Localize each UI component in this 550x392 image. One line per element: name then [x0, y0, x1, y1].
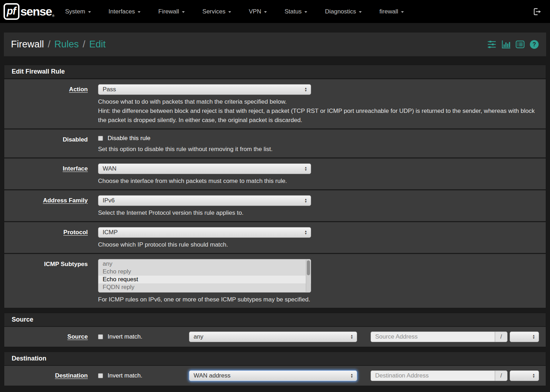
action-hint-text: Hint: the difference between block and r… — [98, 106, 540, 125]
menu-item-label: firewall — [379, 8, 398, 15]
destination-address-group: / ▲▼ — [371, 370, 539, 381]
menu-item-vpn[interactable]: VPN — [249, 8, 267, 15]
icmp-subtype-option-fqdn-reply[interactable]: FQDN reply — [98, 283, 311, 291]
source-label: Source — [67, 333, 88, 340]
chevron-down-icon — [264, 11, 267, 13]
select-caret-icon: ▲▼ — [304, 230, 307, 235]
menu-item-label: Firewall — [158, 8, 179, 15]
protocol-label: Protocol — [63, 229, 88, 236]
source-address-input[interactable] — [371, 332, 495, 342]
interface-select[interactable]: WAN ▲▼ — [98, 163, 311, 174]
destination-panel: Destination Destination Invert match. WA… — [4, 352, 546, 386]
select-caret-icon: ▲▼ — [304, 166, 307, 171]
select-caret-icon: ▲▼ — [350, 373, 353, 378]
action-row: Action Pass ▲▼ Choose what to do with pa… — [4, 78, 546, 128]
source-invert-checkbox[interactable] — [98, 334, 103, 339]
destination-panel-title: Destination — [4, 352, 546, 365]
breadcrumb-bar: Firewall / Rules / Edit — [4, 33, 546, 56]
breadcrumb-link-edit[interactable]: Edit — [89, 39, 106, 50]
panel-title: Edit Firewall Rule — [4, 65, 546, 78]
breadcrumb: Firewall / Rules / Edit — [11, 39, 106, 50]
menu-item-label: Status — [285, 8, 302, 15]
menu-item-label: Services — [202, 8, 225, 15]
main-menu: System Interfaces Firewall Services VPN … — [65, 8, 404, 15]
source-type-select[interactable]: any ▲▼ — [189, 332, 357, 342]
destination-type-select[interactable]: WAN address ▲▼ — [189, 370, 357, 381]
listbox-scrollbar[interactable] — [306, 260, 310, 292]
menu-item-status[interactable]: Status — [285, 8, 307, 15]
source-invert-label: Invert match. — [108, 333, 142, 340]
menu-item-label: Diagnostics — [325, 8, 356, 15]
destination-mask-separator: / — [495, 370, 508, 381]
select-caret-icon: ▲▼ — [350, 334, 353, 339]
menu-item-diagnostics[interactable]: Diagnostics — [325, 8, 362, 15]
action-help-text: Choose what to do with packets that matc… — [98, 97, 540, 106]
destination-invert-checkbox[interactable] — [98, 373, 103, 378]
destination-invert-label: Invert match. — [108, 372, 142, 379]
menu-item-interfaces[interactable]: Interfaces — [109, 8, 141, 15]
select-caret-icon: ▲▼ — [304, 87, 307, 92]
protocol-row: Protocol ICMP ▲▼ Choose which IP protoco… — [4, 221, 546, 253]
menu-item-hostname[interactable]: firewall — [379, 8, 404, 15]
chevron-down-icon — [228, 11, 231, 13]
logout-button[interactable] — [532, 7, 542, 16]
svg-text:?: ? — [533, 41, 536, 47]
icmp-subtypes-listbox[interactable]: any Echo reply Echo request FQDN reply — [98, 259, 311, 293]
disabled-label: Disabled — [63, 136, 88, 143]
menu-item-services[interactable]: Services — [202, 8, 231, 15]
action-select[interactable]: Pass ▲▼ — [98, 84, 311, 95]
destination-row: Destination Invert match. WAN address ▲▼… — [4, 365, 546, 386]
chevron-down-icon — [182, 11, 185, 13]
icmp-subtypes-row: ICMP Subtypes any Echo reply Echo reques… — [4, 253, 546, 308]
disabled-help-text: Set this option to disable this rule wit… — [98, 145, 540, 154]
sliders-icon[interactable] — [487, 40, 497, 49]
icmp-subtypes-label: ICMP Subtypes — [44, 261, 88, 267]
action-label: Action — [69, 86, 88, 93]
address-family-row: Address Family IPv6 ▲▼ Select the Intern… — [4, 189, 546, 221]
address-family-help-text: Select the Internet Protocol version thi… — [98, 208, 540, 218]
icmp-subtype-option-echo-reply[interactable]: Echo reply — [98, 268, 311, 276]
breadcrumb-section: Firewall — [11, 39, 44, 50]
pf-logo-box: pf — [4, 3, 19, 20]
list-icon[interactable] — [515, 40, 525, 49]
chevron-down-icon — [88, 11, 91, 13]
help-icon[interactable]: ? — [529, 40, 539, 49]
source-row: Source Invert match. any ▲▼ / ▲▼ — [4, 326, 546, 347]
menu-item-firewall[interactable]: Firewall — [158, 8, 185, 15]
page-action-icons: ? — [487, 40, 539, 49]
pfsense-logo[interactable]: pf sense ® — [4, 3, 55, 20]
icmp-subtype-option-any[interactable]: any — [98, 260, 311, 268]
protocol-select[interactable]: ICMP ▲▼ — [98, 227, 311, 238]
chevron-down-icon — [138, 11, 141, 13]
source-mask-select[interactable]: ▲▼ — [510, 332, 539, 342]
protocol-select-value: ICMP — [103, 229, 304, 236]
address-family-label: Address Family — [43, 197, 88, 204]
menu-item-label: Interfaces — [109, 8, 135, 15]
registered-mark: ® — [52, 14, 55, 18]
source-mask-separator: / — [495, 332, 508, 342]
breadcrumb-link-rules[interactable]: Rules — [55, 39, 79, 50]
select-caret-icon: ▲▼ — [532, 334, 535, 339]
interface-row: Interface WAN ▲▼ Choose the interface fr… — [4, 157, 546, 189]
disable-rule-checkbox-label: Disable this rule — [108, 135, 150, 142]
top-navbar: pf sense ® System Interfaces Firewall Se… — [0, 0, 550, 23]
interface-select-value: WAN — [103, 165, 304, 172]
destination-label: Destination — [55, 372, 88, 379]
breadcrumb-separator: / — [48, 39, 51, 50]
disabled-row: Disabled Disable this rule Set this opti… — [4, 128, 546, 157]
disable-rule-checkbox[interactable] — [98, 136, 103, 141]
address-family-select[interactable]: IPv6 ▲▼ — [98, 195, 311, 206]
menu-item-system[interactable]: System — [65, 8, 91, 15]
icmp-subtype-option-echo-request[interactable]: Echo request — [98, 276, 311, 283]
source-panel-title: Source — [4, 313, 546, 326]
bar-chart-icon[interactable] — [501, 40, 511, 49]
interface-label: Interface — [63, 165, 88, 172]
protocol-help-text: Choose which IP protocol this rule shoul… — [98, 240, 540, 249]
source-panel: Source Source Invert match. any ▲▼ / ▲▼ — [4, 313, 546, 347]
scrollbar-thumb[interactable] — [307, 260, 310, 275]
destination-type-select-value: WAN address — [194, 372, 350, 379]
chevron-down-icon — [359, 11, 362, 13]
chevron-down-icon — [401, 11, 404, 13]
destination-mask-select[interactable]: ▲▼ — [510, 370, 539, 381]
destination-address-input[interactable] — [371, 370, 495, 381]
